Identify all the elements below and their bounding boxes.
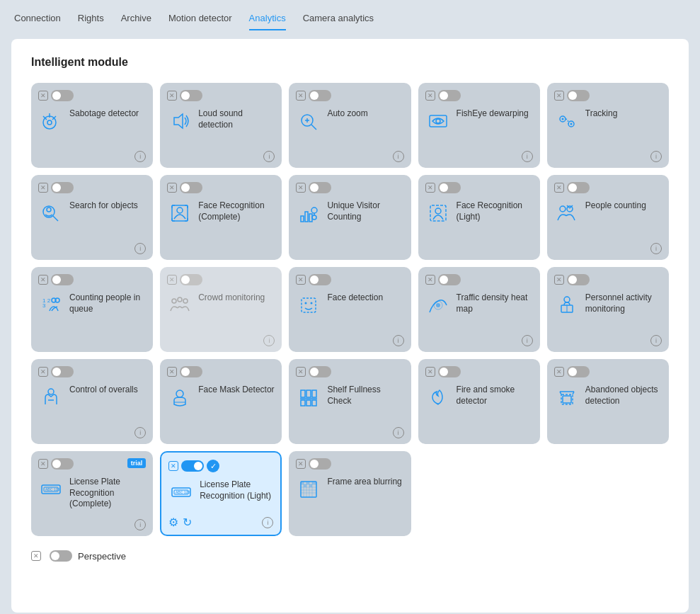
fire-smoke-toggle[interactable] xyxy=(438,366,461,377)
face-mask-toggle[interactable] xyxy=(180,366,202,377)
nav-analytics[interactable]: Analytics xyxy=(249,13,286,30)
face-rec-light-toggle[interactable] xyxy=(438,182,461,193)
sabotage-toggle[interactable] xyxy=(51,90,74,101)
nav-archive[interactable]: Archive xyxy=(121,13,151,30)
fisheye-x-btn[interactable]: ✕ xyxy=(425,91,435,101)
frame-blur-toggle[interactable] xyxy=(309,458,331,470)
fire-smoke-x-btn[interactable]: ✕ xyxy=(425,367,435,377)
svg-point-20 xyxy=(177,207,183,213)
sabotage-info[interactable]: i xyxy=(134,151,146,162)
svg-rect-90 xyxy=(304,484,306,487)
auto-zoom-toggle[interactable] xyxy=(309,90,331,101)
people-counting-info[interactable]: i xyxy=(650,243,662,254)
counting-queue-toggle[interactable] xyxy=(51,274,74,285)
crowd-monitoring-info[interactable]: i xyxy=(263,335,275,346)
abandoned-x-btn[interactable]: ✕ xyxy=(554,367,564,377)
fisheye-icon xyxy=(425,108,451,137)
traffic-density-toggle[interactable] xyxy=(438,274,461,285)
abandoned-toggle[interactable] xyxy=(567,366,590,377)
loud-sound-x-btn[interactable]: ✕ xyxy=(167,91,177,101)
svg-point-11 xyxy=(436,119,440,123)
face-detection-x-btn[interactable]: ✕ xyxy=(296,275,306,285)
search-objects-x-btn[interactable]: ✕ xyxy=(38,183,48,193)
plate-complete-x-btn[interactable]: ✕ xyxy=(38,459,48,469)
people-counting-toggle[interactable] xyxy=(567,182,590,193)
svg-line-17 xyxy=(53,216,58,221)
shelf-fullness-info[interactable]: i xyxy=(393,427,404,438)
perspective-label: Perspective xyxy=(78,551,126,562)
shelf-fullness-toggle[interactable] xyxy=(309,366,331,377)
nav-rights[interactable]: Rights xyxy=(78,13,104,30)
face-rec-light-icon xyxy=(425,200,451,229)
nav-connection[interactable]: Connection xyxy=(14,13,61,30)
face-detection-info[interactable]: i xyxy=(393,335,404,346)
svg-point-15 xyxy=(570,123,572,125)
overalls-x-btn[interactable]: ✕ xyxy=(38,367,48,377)
nav-camera-analytics[interactable]: Camera analytics xyxy=(303,13,374,30)
auto-zoom-x-btn[interactable]: ✕ xyxy=(296,91,306,101)
fisheye-toggle[interactable] xyxy=(438,90,461,101)
tracking-info[interactable]: i xyxy=(650,151,662,162)
plate-light-info[interactable]: i xyxy=(262,517,273,528)
svg-point-14 xyxy=(561,118,563,120)
face-rec-complete-toggle[interactable] xyxy=(180,182,202,193)
personnel-activity-info[interactable]: i xyxy=(650,335,662,346)
fire-smoke-icon xyxy=(425,385,451,414)
face-detection-toggle[interactable] xyxy=(309,274,331,285)
perspective-toggle[interactable] xyxy=(50,550,72,562)
traffic-density-info[interactable]: i xyxy=(522,335,533,346)
svg-point-37 xyxy=(560,206,566,212)
module-tracking: ✕ Tracking i xyxy=(547,83,669,168)
search-objects-info[interactable]: i xyxy=(134,243,146,254)
frame-blur-x-btn[interactable]: ✕ xyxy=(296,459,306,469)
frame-blur-icon xyxy=(296,477,321,506)
plate-light-toggle[interactable] xyxy=(181,460,204,472)
svg-point-47 xyxy=(183,299,188,303)
auto-zoom-info[interactable]: i xyxy=(393,151,404,162)
svg-point-46 xyxy=(178,297,182,302)
navigation: Connection Rights Archive Motion detecto… xyxy=(0,0,700,30)
module-search-objects: ✕ Search for objects i xyxy=(31,175,153,260)
people-counting-x-btn[interactable]: ✕ xyxy=(554,183,564,193)
counting-queue-x-btn[interactable]: ✕ xyxy=(38,275,48,285)
fisheye-info[interactable]: i xyxy=(522,151,533,162)
crowd-monitoring-toggle[interactable] xyxy=(180,274,202,285)
face-mask-label: Face Mask Detector xyxy=(198,385,274,396)
plate-light-refresh-icon[interactable]: ↻ xyxy=(183,516,192,529)
plate-light-x-btn[interactable]: ✕ xyxy=(168,461,178,471)
crowd-monitoring-x-btn[interactable]: ✕ xyxy=(167,275,177,285)
overalls-toggle[interactable] xyxy=(51,366,74,377)
loud-sound-toggle[interactable] xyxy=(180,90,202,101)
module-crowd-monitoring: ✕ Crowd monitoring i xyxy=(160,267,282,352)
nav-motion-detector[interactable]: Motion detector xyxy=(168,13,232,30)
sabotage-x-btn[interactable]: ✕ xyxy=(38,91,48,101)
module-loud-sound: ✕ Loud sound detection i xyxy=(160,83,282,168)
search-objects-icon xyxy=(38,200,64,229)
unique-visitor-toggle[interactable] xyxy=(309,182,331,193)
overalls-info[interactable]: i xyxy=(134,427,146,438)
personnel-activity-x-btn[interactable]: ✕ xyxy=(554,275,564,285)
tracking-toggle[interactable] xyxy=(567,90,590,101)
face-rec-light-x-btn[interactable]: ✕ xyxy=(425,183,435,193)
face-rec-complete-x-btn[interactable]: ✕ xyxy=(167,183,177,193)
tracking-x-btn[interactable]: ✕ xyxy=(554,91,564,101)
search-objects-toggle[interactable] xyxy=(51,182,74,193)
svg-rect-66 xyxy=(312,400,316,406)
shelf-fullness-x-btn[interactable]: ✕ xyxy=(296,367,306,377)
plate-complete-toggle[interactable] xyxy=(51,458,74,470)
personnel-activity-toggle[interactable] xyxy=(567,274,590,285)
plate-light-settings-icon[interactable]: ⚙ xyxy=(168,516,178,529)
loud-sound-info[interactable]: i xyxy=(263,151,275,162)
main-panel: Intelligent module ✕ Sabotage xyxy=(11,39,689,613)
module-plate-light: ✕ ✓ ABC 123 License Plate Recognition (L… xyxy=(160,451,282,536)
face-mask-x-btn[interactable]: ✕ xyxy=(167,367,177,377)
frame-blur-label: Frame area blurring xyxy=(327,477,401,488)
svg-marker-5 xyxy=(174,114,183,128)
unique-visitor-x-btn[interactable]: ✕ xyxy=(296,183,306,193)
svg-rect-91 xyxy=(309,484,312,487)
svg-rect-89 xyxy=(312,482,316,484)
auto-zoom-label: Auto zoom xyxy=(327,108,367,120)
perspective-x-btn[interactable]: ✕ xyxy=(31,551,41,561)
plate-complete-info[interactable]: i xyxy=(134,519,146,530)
traffic-density-x-btn[interactable]: ✕ xyxy=(425,275,435,285)
